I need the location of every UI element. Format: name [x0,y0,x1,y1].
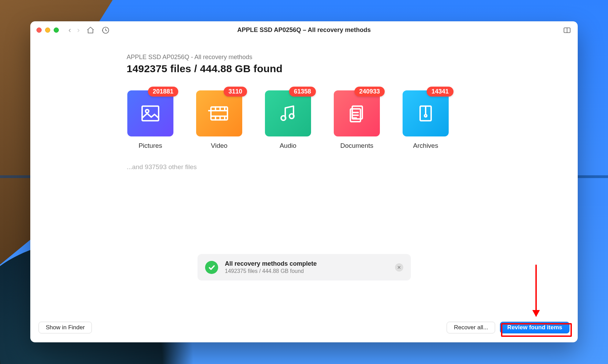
status-panel: All recovery methods complete 1492375 fi… [198,254,411,280]
tile-label: Documents [340,142,373,150]
tile-label: Pictures [139,142,162,150]
home-icon[interactable] [86,26,95,35]
tile-pictures[interactable]: 201881 Pictures [127,90,174,150]
tile-label: Video [211,142,227,150]
review-found-items-button[interactable]: Review found items [500,322,569,333]
footer: Show in Finder Recover all... Review fou… [30,318,578,342]
badge-count: 14341 [427,87,454,97]
breadcrumb: APPLE SSD AP0256Q - All recovery methods [127,54,557,61]
tile-label: Audio [280,142,297,150]
badge-count: 3110 [224,87,247,97]
category-tiles: 201881 Pictures 3110 Video 61358 Audio [127,90,557,150]
nav-forward-button[interactable]: › [77,26,79,34]
svg-rect-3 [142,106,159,121]
svg-point-4 [146,110,149,113]
status-subtitle: 1492375 files / 444.88 GB found [225,268,317,274]
picture-icon [139,102,161,124]
tile-archives[interactable]: 14341 Archives [402,90,449,150]
tile-label: Archives [413,142,438,150]
archive-icon [415,102,437,124]
svg-point-23 [425,114,427,117]
other-files-text: ...and 937593 other files [127,163,557,171]
results-headline: 1492375 files / 444.88 GB found [127,63,557,75]
badge-count: 240933 [354,87,385,97]
app-window: ‹ › APPLE SSD AP0256Q – All recovery met… [30,21,578,342]
documents-icon [346,102,368,124]
main-content: APPLE SSD AP0256Q - All recovery methods… [30,39,578,318]
check-icon [205,261,218,274]
show-in-finder-button[interactable]: Show in Finder [39,322,92,333]
window-title: APPLE SSD AP0256Q – All recovery methods [30,26,578,34]
tile-documents[interactable]: 240933 Documents [333,90,381,150]
zoom-window-button[interactable] [54,27,59,33]
sidebar-toggle-icon[interactable] [563,26,572,35]
tile-audio[interactable]: 61358 Audio [264,90,312,150]
badge-count: 61358 [289,87,316,97]
minimize-window-button[interactable] [45,27,50,33]
tile-video[interactable]: 3110 Video [195,90,243,150]
time-machine-icon[interactable] [101,26,110,35]
nav-back-button[interactable]: ‹ [68,26,71,34]
titlebar: ‹ › APPLE SSD AP0256Q – All recovery met… [30,21,578,39]
audio-icon [277,102,299,124]
video-icon [208,102,230,124]
dismiss-status-button[interactable]: ✕ [395,263,403,272]
close-window-button[interactable] [36,27,42,33]
window-controls [36,27,59,33]
recover-all-button[interactable]: Recover all... [447,322,495,333]
status-title: All recovery methods complete [225,260,317,267]
badge-count: 201881 [148,87,178,97]
